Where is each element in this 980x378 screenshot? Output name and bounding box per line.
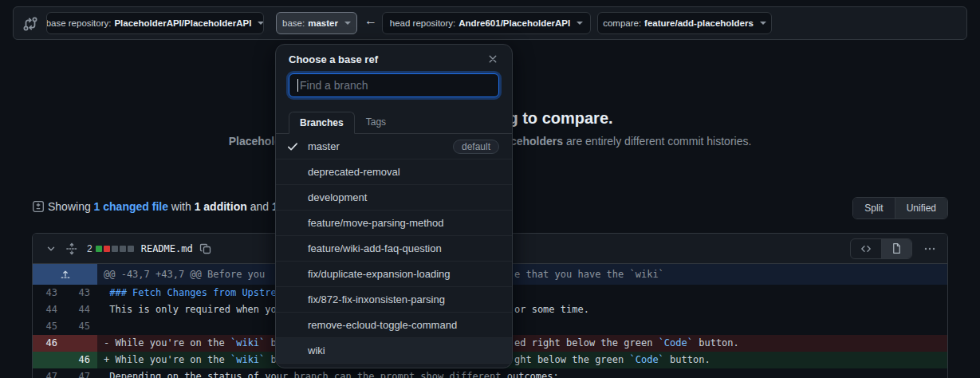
compare-ref-value: feature/add-placeholders — [644, 18, 754, 28]
base-repository-button[interactable]: base repository:PlaceholderAPI/Placehold… — [46, 12, 264, 34]
new-line-number[interactable]: 43 — [65, 285, 97, 301]
tab-tags[interactable]: Tags — [355, 112, 397, 133]
ref-selector-dropdown: Choose a base ref Find a branch Branches… — [275, 44, 513, 368]
left-arrow-icon: ← — [363, 14, 379, 28]
branch-name: development — [308, 191, 367, 203]
code-line: + While you're on the `wiki` brght below… — [97, 352, 947, 368]
old-line-number[interactable] — [33, 352, 65, 368]
branch-name: feature/move-parsing-method — [308, 217, 444, 229]
caret-down-icon — [344, 22, 351, 25]
collapse-file-chevron-icon[interactable] — [41, 242, 61, 255]
new-line-number[interactable] — [65, 335, 97, 352]
old-line-number[interactable]: 45 — [33, 318, 65, 335]
additions-count: 1 addition — [195, 200, 247, 213]
rendered-view-button[interactable] — [881, 239, 911, 258]
hunk-header-text: @@ -43,7 +43,7 @@ Before youe that you h… — [97, 264, 947, 285]
compare-ref-label: compare: — [603, 18, 641, 28]
old-line-number[interactable]: 47 — [33, 368, 65, 378]
diffstat-deletion-square — [104, 246, 110, 252]
compare-ref-button[interactable]: compare:feature/add-placeholders — [597, 12, 772, 34]
caret-down-icon — [258, 22, 264, 25]
base-ref-label: base: — [282, 18, 305, 28]
branch-name: feature/wiki-add-faq-question — [308, 242, 442, 254]
unified-view-button[interactable]: Unified — [895, 198, 947, 219]
file-diff-icon — [32, 200, 45, 213]
branch-name: fix/duplicate-expansion-loading — [308, 268, 451, 280]
branch-name: fix/872-fix-inxonsisten-parsing — [308, 293, 445, 305]
new-line-number[interactable]: 47 — [65, 368, 97, 378]
split-view-button[interactable]: Split — [853, 198, 895, 219]
unfold-icon[interactable] — [61, 242, 82, 255]
compare-range-bar: base repository:PlaceholderAPI/Placehold… — [13, 6, 967, 40]
default-branch-badge: default — [453, 140, 499, 154]
old-line-number[interactable]: 43 — [33, 285, 65, 301]
branch-item[interactable]: remove-ecloud-toggle-command — [276, 313, 512, 338]
fold-up-icon — [60, 269, 71, 280]
diffstat-neutral-square — [112, 246, 118, 252]
changes-count: 2 — [87, 243, 92, 254]
file-name[interactable]: README.md — [141, 243, 193, 254]
changed-files-link[interactable]: 1 changed file — [94, 200, 168, 213]
branch-search-input[interactable]: Find a branch — [289, 73, 499, 97]
head-repository-label: head repository: — [390, 18, 455, 28]
caret-down-icon — [577, 22, 583, 25]
branch-name: remove-ecloud-toggle-command — [308, 319, 457, 331]
head-repository-value: Andre601/PlaceholderAPI — [459, 18, 570, 28]
branch-name: master — [308, 140, 340, 152]
diffstat-neutral-square — [128, 246, 134, 252]
branch-item[interactable]: deprecated-removal — [276, 159, 512, 185]
branch-name: deprecated-removal — [308, 166, 400, 178]
code-line: ### Fetch Changes from Upstream — [97, 285, 947, 301]
diff-view-toggle: Split Unified — [852, 197, 948, 219]
base-repository-label: base repository: — [46, 18, 111, 28]
code-line: Depending on the status of your branch c… — [97, 368, 947, 378]
base-repository-value: PlaceholderAPI/PlaceholderAPI — [114, 18, 251, 28]
compare-page: base repository:PlaceholderAPI/Placehold… — [0, 0, 980, 378]
expand-hunk-button[interactable] — [33, 264, 97, 285]
new-line-number[interactable]: 46 — [65, 352, 97, 368]
diffstat-neutral-square — [120, 246, 126, 252]
caret-down-icon — [760, 22, 766, 25]
search-wrap: Find a branch — [276, 69, 512, 108]
kebab-menu-icon[interactable] — [920, 242, 939, 255]
new-line-number[interactable]: 44 — [65, 301, 97, 318]
old-line-number[interactable]: 44 — [33, 301, 65, 318]
close-icon[interactable] — [486, 53, 499, 65]
base-ref-button[interactable]: base:master — [276, 12, 357, 34]
tab-branches[interactable]: Branches — [289, 112, 355, 134]
branch-item[interactable]: feature/move-parsing-method — [276, 211, 512, 236]
branch-item[interactable]: feature/wiki-add-faq-question — [276, 236, 512, 262]
head-repository-button[interactable]: head repository:Andre601/PlaceholderAPI — [382, 12, 591, 34]
branch-name: wiki — [308, 345, 325, 356]
branch-item[interactable]: fix/duplicate-expansion-loading — [276, 262, 512, 287]
code-line: - While you're on the `wiki` bred right … — [97, 335, 947, 352]
search-placeholder: Find a branch — [300, 79, 368, 92]
git-compare-icon — [22, 16, 38, 35]
code-line — [97, 318, 947, 335]
file-header-actions — [850, 238, 939, 259]
dropdown-header: Choose a base ref — [276, 45, 512, 69]
old-line-number[interactable]: 46 — [33, 335, 65, 352]
code-line: This is only required when yoor some tim… — [97, 301, 947, 318]
branch-list: master default deprecated-removal develo… — [276, 134, 512, 364]
source-view-button[interactable] — [851, 239, 881, 258]
branch-item[interactable]: development — [276, 185, 512, 211]
branch-item[interactable]: fix/872-fix-inxonsisten-parsing — [276, 287, 512, 313]
branch-item[interactable]: wiki — [276, 338, 512, 364]
source-rendered-toggle — [850, 238, 912, 259]
check-icon — [286, 140, 299, 156]
branch-item-master[interactable]: master default — [276, 134, 512, 159]
diffstat-addition-square — [96, 246, 102, 252]
copy-path-icon[interactable] — [199, 242, 212, 255]
dropdown-title: Choose a base ref — [289, 53, 378, 65]
text-cursor — [297, 79, 298, 92]
new-line-number[interactable]: 45 — [65, 318, 97, 335]
diff-line-context: 4747 Depending on the status of your bra… — [33, 368, 947, 378]
ref-tabs: Branches Tags — [276, 108, 512, 134]
base-ref-value: master — [308, 18, 338, 28]
diffstat-squares — [96, 246, 134, 252]
